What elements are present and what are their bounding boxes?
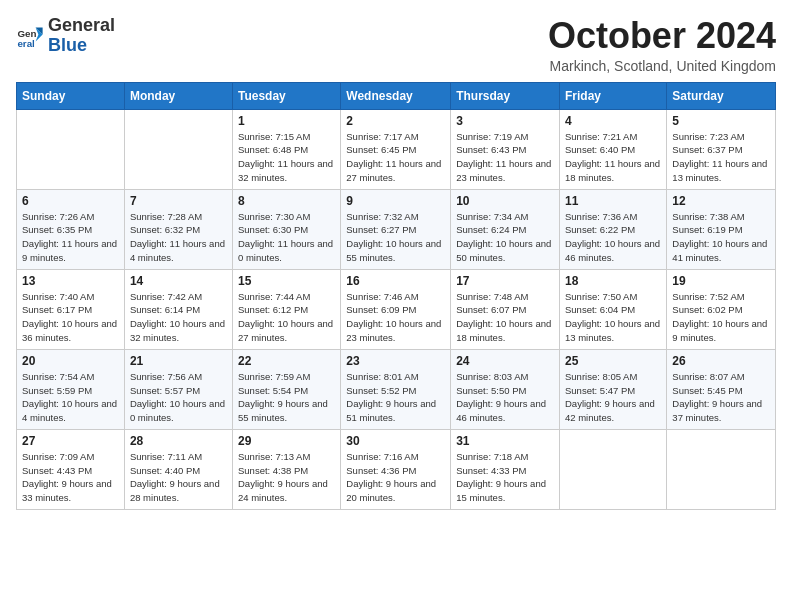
day-number: 22 [238,354,335,368]
day-info: Sunrise: 7:40 AMSunset: 6:17 PMDaylight:… [22,290,119,345]
location: Markinch, Scotland, United Kingdom [548,58,776,74]
day-number: 1 [238,114,335,128]
day-info: Sunrise: 7:42 AMSunset: 6:14 PMDaylight:… [130,290,227,345]
day-info: Sunrise: 7:23 AMSunset: 6:37 PMDaylight:… [672,130,770,185]
day-number: 9 [346,194,445,208]
col-header-monday: Monday [124,82,232,109]
day-info: Sunrise: 7:32 AMSunset: 6:27 PMDaylight:… [346,210,445,265]
day-cell: 19Sunrise: 7:52 AMSunset: 6:02 PMDayligh… [667,269,776,349]
day-number: 24 [456,354,554,368]
day-info: Sunrise: 7:17 AMSunset: 6:45 PMDaylight:… [346,130,445,185]
day-number: 12 [672,194,770,208]
day-info: Sunrise: 8:07 AMSunset: 5:45 PMDaylight:… [672,370,770,425]
day-info: Sunrise: 7:21 AMSunset: 6:40 PMDaylight:… [565,130,661,185]
day-number: 8 [238,194,335,208]
day-number: 13 [22,274,119,288]
day-info: Sunrise: 7:16 AMSunset: 4:36 PMDaylight:… [346,450,445,505]
day-info: Sunrise: 7:13 AMSunset: 4:38 PMDaylight:… [238,450,335,505]
day-cell: 6Sunrise: 7:26 AMSunset: 6:35 PMDaylight… [17,189,125,269]
day-cell: 17Sunrise: 7:48 AMSunset: 6:07 PMDayligh… [451,269,560,349]
day-cell: 2Sunrise: 7:17 AMSunset: 6:45 PMDaylight… [341,109,451,189]
col-header-friday: Friday [560,82,667,109]
day-cell: 5Sunrise: 7:23 AMSunset: 6:37 PMDaylight… [667,109,776,189]
day-number: 18 [565,274,661,288]
day-cell: 23Sunrise: 8:01 AMSunset: 5:52 PMDayligh… [341,349,451,429]
day-number: 10 [456,194,554,208]
day-number: 28 [130,434,227,448]
page-header: Gen eral General Blue October 2024 Marki… [16,16,776,74]
day-info: Sunrise: 7:36 AMSunset: 6:22 PMDaylight:… [565,210,661,265]
day-cell [667,429,776,509]
day-cell: 15Sunrise: 7:44 AMSunset: 6:12 PMDayligh… [232,269,340,349]
day-info: Sunrise: 7:59 AMSunset: 5:54 PMDaylight:… [238,370,335,425]
col-header-tuesday: Tuesday [232,82,340,109]
month-title: October 2024 [548,16,776,56]
day-number: 11 [565,194,661,208]
day-number: 16 [346,274,445,288]
day-cell: 7Sunrise: 7:28 AMSunset: 6:32 PMDaylight… [124,189,232,269]
day-cell: 26Sunrise: 8:07 AMSunset: 5:45 PMDayligh… [667,349,776,429]
day-number: 2 [346,114,445,128]
day-cell: 28Sunrise: 7:11 AMSunset: 4:40 PMDayligh… [124,429,232,509]
col-header-sunday: Sunday [17,82,125,109]
day-cell: 31Sunrise: 7:18 AMSunset: 4:33 PMDayligh… [451,429,560,509]
day-number: 6 [22,194,119,208]
week-row-5: 27Sunrise: 7:09 AMSunset: 4:43 PMDayligh… [17,429,776,509]
day-info: Sunrise: 7:52 AMSunset: 6:02 PMDaylight:… [672,290,770,345]
day-info: Sunrise: 7:34 AMSunset: 6:24 PMDaylight:… [456,210,554,265]
day-info: Sunrise: 7:38 AMSunset: 6:19 PMDaylight:… [672,210,770,265]
day-cell: 8Sunrise: 7:30 AMSunset: 6:30 PMDaylight… [232,189,340,269]
day-cell: 16Sunrise: 7:46 AMSunset: 6:09 PMDayligh… [341,269,451,349]
day-info: Sunrise: 7:09 AMSunset: 4:43 PMDaylight:… [22,450,119,505]
day-info: Sunrise: 8:05 AMSunset: 5:47 PMDaylight:… [565,370,661,425]
day-number: 15 [238,274,335,288]
day-number: 27 [22,434,119,448]
week-row-3: 13Sunrise: 7:40 AMSunset: 6:17 PMDayligh… [17,269,776,349]
day-number: 3 [456,114,554,128]
day-cell: 24Sunrise: 8:03 AMSunset: 5:50 PMDayligh… [451,349,560,429]
day-cell: 10Sunrise: 7:34 AMSunset: 6:24 PMDayligh… [451,189,560,269]
calendar-table: SundayMondayTuesdayWednesdayThursdayFrid… [16,82,776,510]
day-info: Sunrise: 7:56 AMSunset: 5:57 PMDaylight:… [130,370,227,425]
day-info: Sunrise: 7:28 AMSunset: 6:32 PMDaylight:… [130,210,227,265]
logo-general: General [48,15,115,35]
day-cell [17,109,125,189]
day-number: 20 [22,354,119,368]
day-number: 7 [130,194,227,208]
logo: Gen eral General Blue [16,16,115,56]
day-cell: 1Sunrise: 7:15 AMSunset: 6:48 PMDaylight… [232,109,340,189]
col-header-wednesday: Wednesday [341,82,451,109]
svg-text:eral: eral [17,38,35,49]
header-row: SundayMondayTuesdayWednesdayThursdayFrid… [17,82,776,109]
day-cell: 25Sunrise: 8:05 AMSunset: 5:47 PMDayligh… [560,349,667,429]
logo-icon: Gen eral [16,22,44,50]
day-cell: 9Sunrise: 7:32 AMSunset: 6:27 PMDaylight… [341,189,451,269]
day-number: 4 [565,114,661,128]
day-info: Sunrise: 8:01 AMSunset: 5:52 PMDaylight:… [346,370,445,425]
day-number: 31 [456,434,554,448]
day-number: 17 [456,274,554,288]
day-info: Sunrise: 7:46 AMSunset: 6:09 PMDaylight:… [346,290,445,345]
week-row-4: 20Sunrise: 7:54 AMSunset: 5:59 PMDayligh… [17,349,776,429]
day-number: 5 [672,114,770,128]
day-cell: 30Sunrise: 7:16 AMSunset: 4:36 PMDayligh… [341,429,451,509]
day-cell: 11Sunrise: 7:36 AMSunset: 6:22 PMDayligh… [560,189,667,269]
day-cell: 21Sunrise: 7:56 AMSunset: 5:57 PMDayligh… [124,349,232,429]
day-cell: 3Sunrise: 7:19 AMSunset: 6:43 PMDaylight… [451,109,560,189]
day-info: Sunrise: 7:54 AMSunset: 5:59 PMDaylight:… [22,370,119,425]
day-number: 30 [346,434,445,448]
day-cell: 20Sunrise: 7:54 AMSunset: 5:59 PMDayligh… [17,349,125,429]
day-info: Sunrise: 7:15 AMSunset: 6:48 PMDaylight:… [238,130,335,185]
day-cell: 22Sunrise: 7:59 AMSunset: 5:54 PMDayligh… [232,349,340,429]
day-info: Sunrise: 7:50 AMSunset: 6:04 PMDaylight:… [565,290,661,345]
day-cell [560,429,667,509]
day-info: Sunrise: 8:03 AMSunset: 5:50 PMDaylight:… [456,370,554,425]
day-number: 21 [130,354,227,368]
day-cell: 4Sunrise: 7:21 AMSunset: 6:40 PMDaylight… [560,109,667,189]
day-number: 19 [672,274,770,288]
day-info: Sunrise: 7:48 AMSunset: 6:07 PMDaylight:… [456,290,554,345]
col-header-saturday: Saturday [667,82,776,109]
day-cell: 13Sunrise: 7:40 AMSunset: 6:17 PMDayligh… [17,269,125,349]
day-cell: 12Sunrise: 7:38 AMSunset: 6:19 PMDayligh… [667,189,776,269]
day-cell: 27Sunrise: 7:09 AMSunset: 4:43 PMDayligh… [17,429,125,509]
